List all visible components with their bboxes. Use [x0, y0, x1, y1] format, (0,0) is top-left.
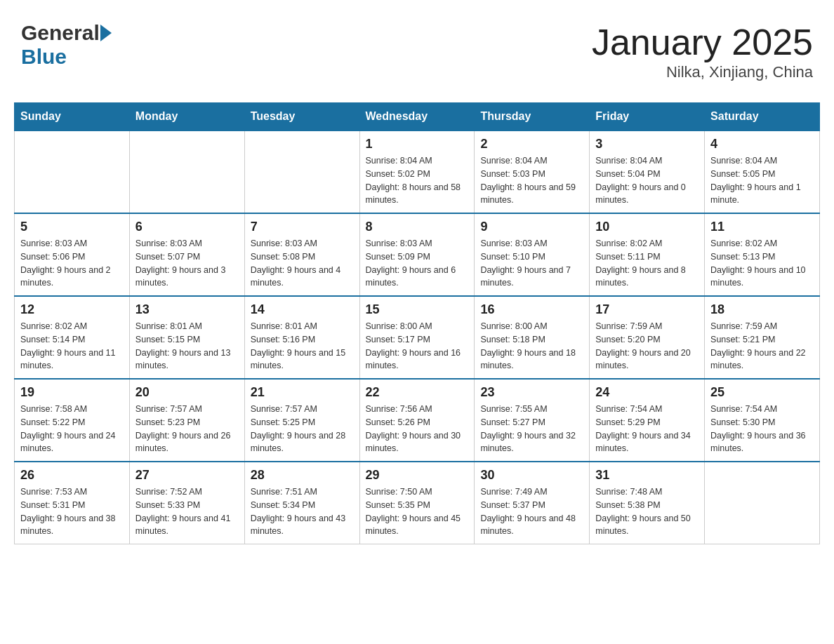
calendar-cell — [244, 130, 359, 213]
title-section: January 2025 Nilka, Xinjiang, China — [592, 21, 813, 81]
day-info: Sunrise: 7:51 AMSunset: 5:34 PMDaylight:… — [251, 485, 354, 538]
day-info: Sunrise: 7:52 AMSunset: 5:33 PMDaylight:… — [135, 485, 239, 538]
calendar-cell: 24Sunrise: 7:54 AMSunset: 5:29 PMDayligh… — [590, 379, 705, 462]
days-of-week-row: SundayMondayTuesdayWednesdayThursdayFrid… — [15, 103, 820, 131]
day-number: 3 — [595, 137, 699, 152]
week-row-5: 26Sunrise: 7:53 AMSunset: 5:31 PMDayligh… — [15, 462, 820, 544]
logo-general-text: General — [21, 21, 100, 45]
day-number: 8 — [366, 220, 469, 234]
logo-row2: Blue — [21, 45, 67, 69]
calendar-cell: 5Sunrise: 8:03 AMSunset: 5:06 PMDaylight… — [15, 213, 130, 296]
day-info: Sunrise: 8:04 AMSunset: 5:03 PMDaylight:… — [480, 154, 583, 207]
day-of-week-friday: Friday — [590, 103, 705, 131]
day-info: Sunrise: 8:02 AMSunset: 5:11 PMDaylight:… — [595, 237, 699, 290]
calendar-cell: 30Sunrise: 7:49 AMSunset: 5:37 PMDayligh… — [475, 462, 590, 544]
day-info: Sunrise: 8:04 AMSunset: 5:04 PMDaylight:… — [595, 154, 699, 207]
week-row-3: 12Sunrise: 8:02 AMSunset: 5:14 PMDayligh… — [15, 296, 820, 379]
logo-row1: General — [21, 21, 112, 45]
day-of-week-tuesday: Tuesday — [244, 103, 359, 131]
day-number: 12 — [20, 302, 124, 317]
day-info: Sunrise: 7:54 AMSunset: 5:29 PMDaylight:… — [595, 403, 699, 455]
logo-triangle-icon — [100, 25, 112, 41]
day-number: 27 — [135, 468, 239, 483]
day-number: 6 — [135, 220, 239, 234]
calendar-cell: 13Sunrise: 8:01 AMSunset: 5:15 PMDayligh… — [129, 296, 244, 379]
calendar-cell: 10Sunrise: 8:02 AMSunset: 5:11 PMDayligh… — [590, 213, 705, 296]
day-info: Sunrise: 8:03 AMSunset: 5:09 PMDaylight:… — [366, 237, 469, 290]
day-number: 18 — [710, 302, 814, 317]
calendar-body: 1Sunrise: 8:04 AMSunset: 5:02 PMDaylight… — [15, 130, 820, 544]
calendar-cell: 4Sunrise: 8:04 AMSunset: 5:05 PMDaylight… — [705, 130, 820, 213]
day-number: 17 — [595, 302, 699, 317]
day-info: Sunrise: 8:01 AMSunset: 5:15 PMDaylight:… — [135, 320, 239, 373]
calendar-cell: 16Sunrise: 8:00 AMSunset: 5:18 PMDayligh… — [475, 296, 590, 379]
day-number: 4 — [710, 137, 814, 152]
calendar-cell — [705, 462, 820, 544]
day-number: 19 — [20, 385, 124, 400]
day-info: Sunrise: 8:03 AMSunset: 5:07 PMDaylight:… — [135, 237, 239, 290]
day-number: 14 — [251, 302, 354, 317]
day-of-week-monday: Monday — [129, 103, 244, 131]
calendar-cell: 7Sunrise: 8:03 AMSunset: 5:08 PMDaylight… — [244, 213, 359, 296]
week-row-2: 5Sunrise: 8:03 AMSunset: 5:06 PMDaylight… — [15, 213, 820, 296]
day-info: Sunrise: 7:50 AMSunset: 5:35 PMDaylight:… — [366, 485, 469, 538]
week-row-4: 19Sunrise: 7:58 AMSunset: 5:22 PMDayligh… — [15, 379, 820, 462]
day-info: Sunrise: 7:54 AMSunset: 5:30 PMDaylight:… — [710, 403, 814, 455]
day-info: Sunrise: 7:56 AMSunset: 5:26 PMDaylight:… — [366, 403, 469, 455]
day-info: Sunrise: 8:04 AMSunset: 5:02 PMDaylight:… — [366, 154, 469, 207]
calendar-cell: 2Sunrise: 8:04 AMSunset: 5:03 PMDaylight… — [475, 130, 590, 213]
calendar-cell: 14Sunrise: 8:01 AMSunset: 5:16 PMDayligh… — [244, 296, 359, 379]
calendar-cell: 31Sunrise: 7:48 AMSunset: 5:38 PMDayligh… — [590, 462, 705, 544]
header: General Blue January 2025 Nilka, Xinjian… — [14, 14, 820, 88]
calendar-cell: 28Sunrise: 7:51 AMSunset: 5:34 PMDayligh… — [244, 462, 359, 544]
day-of-week-saturday: Saturday — [705, 103, 820, 131]
day-info: Sunrise: 8:00 AMSunset: 5:17 PMDaylight:… — [366, 320, 469, 373]
calendar-cell — [129, 130, 244, 213]
day-number: 26 — [20, 468, 124, 483]
calendar-cell: 15Sunrise: 8:00 AMSunset: 5:17 PMDayligh… — [359, 296, 475, 379]
calendar-cell: 9Sunrise: 8:03 AMSunset: 5:10 PMDaylight… — [475, 213, 590, 296]
calendar: SundayMondayTuesdayWednesdayThursdayFrid… — [14, 102, 820, 544]
calendar-cell: 12Sunrise: 8:02 AMSunset: 5:14 PMDayligh… — [15, 296, 130, 379]
calendar-cell: 8Sunrise: 8:03 AMSunset: 5:09 PMDaylight… — [359, 213, 475, 296]
day-info: Sunrise: 7:49 AMSunset: 5:37 PMDaylight:… — [480, 485, 583, 538]
calendar-cell: 3Sunrise: 8:04 AMSunset: 5:04 PMDaylight… — [590, 130, 705, 213]
location: Nilka, Xinjiang, China — [592, 63, 813, 81]
day-info: Sunrise: 8:02 AMSunset: 5:13 PMDaylight:… — [710, 237, 814, 290]
day-number: 5 — [20, 220, 124, 234]
calendar-cell: 17Sunrise: 7:59 AMSunset: 5:20 PMDayligh… — [590, 296, 705, 379]
calendar-cell: 20Sunrise: 7:57 AMSunset: 5:23 PMDayligh… — [129, 379, 244, 462]
day-info: Sunrise: 8:01 AMSunset: 5:16 PMDaylight:… — [251, 320, 354, 373]
calendar-cell: 6Sunrise: 8:03 AMSunset: 5:07 PMDaylight… — [129, 213, 244, 296]
calendar-cell: 19Sunrise: 7:58 AMSunset: 5:22 PMDayligh… — [15, 379, 130, 462]
day-number: 23 — [480, 385, 583, 400]
calendar-header: SundayMondayTuesdayWednesdayThursdayFrid… — [15, 103, 820, 131]
day-info: Sunrise: 8:02 AMSunset: 5:14 PMDaylight:… — [20, 320, 124, 373]
day-number: 7 — [251, 220, 354, 234]
day-of-week-wednesday: Wednesday — [359, 103, 475, 131]
calendar-cell: 22Sunrise: 7:56 AMSunset: 5:26 PMDayligh… — [359, 379, 475, 462]
calendar-cell: 21Sunrise: 7:57 AMSunset: 5:25 PMDayligh… — [244, 379, 359, 462]
day-info: Sunrise: 7:55 AMSunset: 5:27 PMDaylight:… — [480, 403, 583, 455]
month-title: January 2025 — [592, 21, 813, 63]
calendar-cell: 18Sunrise: 7:59 AMSunset: 5:21 PMDayligh… — [705, 296, 820, 379]
calendar-cell: 23Sunrise: 7:55 AMSunset: 5:27 PMDayligh… — [475, 379, 590, 462]
calendar-cell: 25Sunrise: 7:54 AMSunset: 5:30 PMDayligh… — [705, 379, 820, 462]
calendar-cell — [15, 130, 130, 213]
day-info: Sunrise: 8:03 AMSunset: 5:10 PMDaylight:… — [480, 237, 583, 290]
day-number: 25 — [710, 385, 814, 400]
day-number: 10 — [595, 220, 699, 234]
day-info: Sunrise: 7:53 AMSunset: 5:31 PMDaylight:… — [20, 485, 124, 538]
day-info: Sunrise: 8:03 AMSunset: 5:08 PMDaylight:… — [251, 237, 354, 290]
day-number: 28 — [251, 468, 354, 483]
week-row-1: 1Sunrise: 8:04 AMSunset: 5:02 PMDaylight… — [15, 130, 820, 213]
day-number: 13 — [135, 302, 239, 317]
calendar-cell: 29Sunrise: 7:50 AMSunset: 5:35 PMDayligh… — [359, 462, 475, 544]
day-of-week-thursday: Thursday — [475, 103, 590, 131]
day-info: Sunrise: 8:00 AMSunset: 5:18 PMDaylight:… — [480, 320, 583, 373]
logo: General Blue — [21, 21, 112, 69]
day-info: Sunrise: 7:57 AMSunset: 5:25 PMDaylight:… — [251, 403, 354, 455]
day-number: 2 — [480, 137, 583, 152]
logo-blue-text: Blue — [21, 45, 67, 69]
day-number: 31 — [595, 468, 699, 483]
